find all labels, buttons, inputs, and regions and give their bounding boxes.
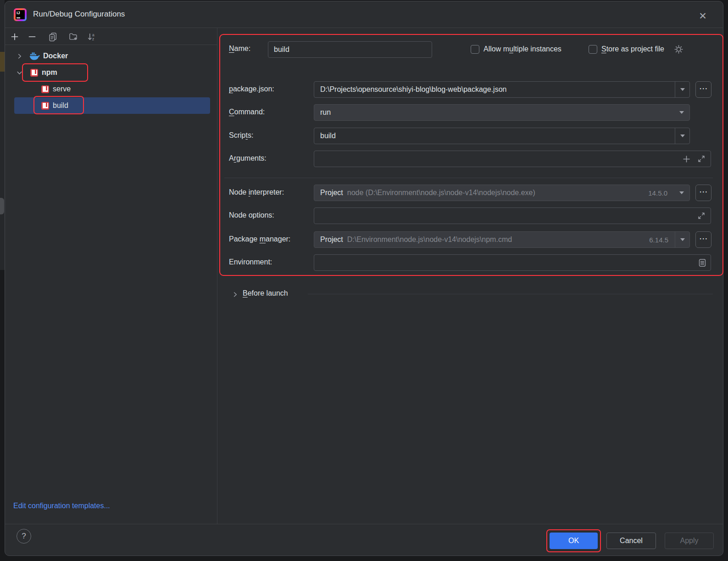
tree-item-label: Docker [43,52,68,60]
node-interpreter-primary: Project [314,189,343,197]
name-label: Name: [229,45,250,53]
chevron-right-icon [232,291,239,298]
store-as-project-file-label: Store as project file [601,45,664,53]
name-field-wrap [268,41,432,58]
tree-item-label: build [53,101,68,110]
ok-button[interactable]: OK [550,533,598,549]
store-as-project-file-checkbox[interactable] [589,45,597,54]
new-folder-button[interactable] [67,31,79,43]
plus-icon [683,155,690,163]
triangle-down-icon [679,191,684,194]
expand-field-button[interactable] [697,151,706,167]
node-interpreter-version: 14.5.0 [648,189,667,197]
before-launch-label[interactable]: Before launch [243,289,288,297]
npm-icon [41,102,49,110]
before-launch-chevron[interactable] [231,290,239,298]
tree-item-label: serve [53,85,71,93]
form-section-separator [224,178,713,178]
node-interpreter-label: Node interpreter: [229,188,284,196]
help-icon: ? [22,532,26,541]
add-argument-button[interactable] [683,151,690,167]
plus-icon [11,33,19,41]
scripts-value: build [314,132,339,140]
command-label: Command: [229,108,265,116]
package-json-value: D:\Projects\opensource\shiyi-blog\blog-w… [314,85,510,94]
chevron-right-icon[interactable] [15,51,24,61]
package-json-combobox[interactable]: D:\Projects\opensource\shiyi-blog\blog-w… [314,81,690,98]
command-dropdown[interactable]: run [314,104,690,121]
triangle-down-icon [680,238,685,241]
package-json-label: package.json: [229,85,274,93]
browse-variables-button[interactable] [699,255,706,270]
chevron-down-icon[interactable] [15,68,24,77]
expand-icon [697,155,706,163]
edit-configuration-templates-link[interactable]: Edit configuration templates... [13,502,110,510]
arguments-field[interactable] [314,151,711,167]
package-manager-primary: Project [314,236,343,244]
dropdown-arrow[interactable] [675,128,689,144]
tree-item-serve[interactable]: serve [41,81,212,97]
help-button[interactable]: ? [17,529,31,544]
environment-label: Environment: [229,258,272,266]
sort-az-icon: az [87,32,96,42]
intellij-logo-inner: IJ [16,10,25,19]
triangle-down-icon [680,88,685,91]
package-json-browse-button[interactable]: ⋯ [695,81,711,98]
dropdown-arrow[interactable] [675,232,689,247]
node-interpreter-dropdown[interactable]: Project node (D:\Environment\node.js\nod… [314,185,690,201]
cancel-button[interactable]: Cancel [606,533,656,549]
dropdown-arrow[interactable] [674,185,689,201]
arguments-label: Arguments: [229,154,267,163]
run-debug-configurations-dialog: IJ Run/Debug Configurations ✕ az [5,1,723,556]
toolbar-separator [5,45,217,45]
scripts-combobox[interactable]: build [314,128,690,144]
svg-text:z: z [92,37,94,41]
expand-field-button[interactable] [697,208,706,224]
desktop-edge-strip [0,0,5,270]
desktop-edge-fragment [0,52,5,72]
remove-button[interactable] [26,31,38,43]
tree-item-npm[interactable]: npm [15,64,212,81]
copy-configuration-button[interactable] [47,31,59,43]
titlebar-separator [5,28,723,28]
add-button[interactable] [9,31,21,43]
expand-icon [697,212,706,220]
node-interpreter-browse-button[interactable]: ⋯ [695,185,711,201]
allow-multiple-instances-label: Allow multiple instances [483,45,561,53]
sidebar-divider [217,28,217,524]
copy-icon [48,32,58,42]
footer-separator [5,524,723,524]
scripts-label: Scripts: [229,131,253,140]
command-value: run [314,108,334,117]
package-manager-path: D:\Environment\node.js\node-v14\nodejs\n… [343,236,512,244]
npm-icon [41,85,49,93]
dialog-title: Run/Debug Configurations [33,10,125,19]
node-options-field[interactable] [314,208,711,224]
name-input[interactable] [268,42,432,57]
intellij-logo-icon: IJ [14,8,27,21]
close-icon[interactable]: ✕ [696,9,710,22]
node-interpreter-path: node (D:\Environment\node.js\node-v14\no… [343,189,535,197]
variables-list-icon [699,258,706,267]
desktop-edge-fragment [0,198,4,214]
store-settings-gear-button[interactable] [673,44,728,56]
docker-icon [29,52,40,60]
npm-icon [30,69,38,77]
allow-multiple-instances-checkbox[interactable] [471,45,479,54]
before-launch-line [308,294,713,294]
package-manager-dropdown[interactable]: Project D:\Environment\node.js\node-v14\… [314,231,690,248]
package-manager-label: Package manager: [229,235,290,243]
dropdown-arrow[interactable] [674,105,689,120]
dropdown-arrow[interactable] [675,82,689,97]
apply-button[interactable]: Apply [665,533,714,549]
tree-item-build[interactable]: build [41,97,212,114]
minus-icon [28,33,36,41]
environment-field[interactable] [314,254,711,271]
triangle-down-icon [679,111,684,114]
gear-icon [673,44,684,55]
tree-item-docker[interactable]: Docker [15,48,212,64]
sort-configurations-button[interactable]: az [85,31,97,43]
triangle-down-icon [680,135,685,137]
new-folder-icon [68,32,78,41]
package-manager-browse-button[interactable]: ⋯ [695,231,711,248]
